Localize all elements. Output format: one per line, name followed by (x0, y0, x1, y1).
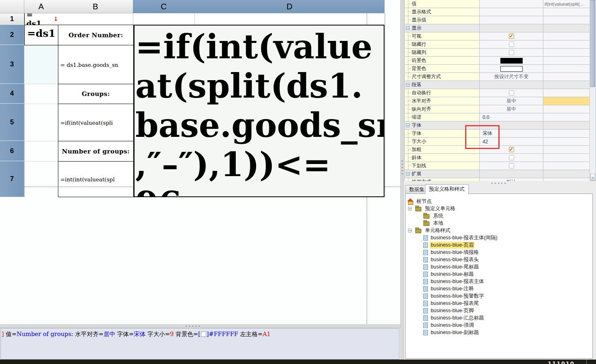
property-extra-cell[interactable] (543, 138, 590, 146)
property-label-cell[interactable]: 背景色 (405, 65, 480, 73)
property-value-cell[interactable] (480, 24, 543, 32)
horizontal-splitter[interactable] (0, 324, 400, 328)
tree-item[interactable]: business-blue-尾标题 (423, 263, 480, 270)
tree-item[interactable]: −单元格样式 (408, 227, 451, 234)
properties-scrollbar[interactable]: ⌄ (590, 0, 596, 181)
checkbox[interactable]: ✓ (509, 34, 514, 39)
property-extra-cell[interactable] (543, 57, 590, 65)
property-value-cell[interactable] (480, 16, 543, 24)
column-header-D[interactable]: D (194, 0, 385, 13)
property-row-缩进[interactable]: 缩进0.0 (405, 113, 590, 121)
tree-item[interactable]: business-blue-填报格 (423, 249, 480, 256)
property-row-隐藏行[interactable]: 隐藏行 (405, 40, 590, 49)
property-value-cell[interactable] (480, 89, 543, 97)
property-row-下划线[interactable]: 下划线 (405, 162, 590, 170)
property-row-背景色[interactable]: 背景色 (405, 65, 590, 73)
collapse-expander-icon[interactable]: − (406, 83, 410, 87)
property-value-cell[interactable] (480, 81, 543, 89)
property-row-段落[interactable]: −段落 (405, 81, 590, 89)
tree-item[interactable]: business-blue-汇总标题 (423, 314, 485, 321)
cell-A2[interactable]: =ds1 . (24, 25, 58, 45)
cell-B2[interactable]: Order Number: (58, 25, 134, 45)
property-value-cell[interactable]: 居中 (480, 105, 543, 113)
tree-item[interactable]: business-blue-报表主体 (423, 278, 485, 285)
property-row-显示格式[interactable]: 显示格式 (405, 8, 590, 16)
property-extra-cell[interactable] (543, 162, 590, 170)
property-row-斜体[interactable]: 斜体 (405, 154, 590, 162)
property-extra-cell[interactable] (543, 89, 590, 97)
property-row-水平对齐[interactable]: 水平对齐居中 (405, 97, 590, 105)
row1-cells[interactable] (24, 13, 385, 25)
property-extra-cell[interactable] (543, 24, 590, 32)
property-label-cell[interactable]: 下划线 (405, 162, 480, 170)
property-label-cell[interactable]: 斜体 (405, 154, 480, 162)
property-value-cell[interactable] (480, 0, 543, 8)
tree-item[interactable]: business-blue-页眉 (423, 241, 474, 249)
property-extra-cell[interactable]: if(int(valueat(split(... (543, 0, 590, 8)
row-header-4[interactable]: 4 (0, 84, 24, 104)
vertical-splitter[interactable] (400, 0, 404, 360)
property-extra-cell[interactable] (543, 73, 590, 81)
tab-predefined-styles[interactable]: 预定义格和样式 (425, 184, 469, 194)
property-extra-cell[interactable] (543, 178, 590, 181)
property-label-cell[interactable]: 隐藏列 (405, 49, 480, 57)
property-extra-cell[interactable] (543, 32, 590, 40)
property-label-cell[interactable]: 自动换行 (405, 89, 480, 97)
cell-B7[interactable]: =int(int(valueat(spl (58, 161, 134, 197)
property-row-扩展方式[interactable]: 扩展方式默认 (405, 178, 590, 181)
column-header-C[interactable]: C (133, 0, 195, 13)
checkbox[interactable] (509, 42, 514, 47)
scrollbar-down-arrow-icon[interactable]: ⌄ (590, 174, 595, 181)
property-label-cell[interactable]: 显示值 (405, 16, 480, 24)
property-value-cell[interactable] (480, 57, 543, 65)
tree-item[interactable]: business-blue-报表主体(间隔) (423, 234, 498, 241)
property-extra-cell[interactable] (543, 170, 590, 178)
property-row-值[interactable]: 值if(int(valueat(split(... (405, 0, 590, 8)
cell-A3[interactable] (24, 45, 58, 84)
cell-B3[interactable]: = ds1.base.goods_sn (58, 45, 134, 84)
row-header-3[interactable]: 3 (0, 45, 24, 84)
property-value-cell[interactable]: ✓ (480, 32, 543, 40)
row-header-7[interactable]: 7 (0, 161, 24, 197)
row-header-6[interactable]: 6 (0, 141, 24, 161)
property-row-显示[interactable]: −显示 (405, 24, 590, 32)
property-label-cell[interactable]: 前景色 (405, 57, 480, 65)
property-extra-cell[interactable] (543, 97, 590, 105)
color-swatch[interactable] (500, 58, 523, 64)
cell-B4[interactable]: Groups: (58, 84, 134, 104)
property-row-前景色[interactable]: 前景色 (405, 57, 590, 65)
tree-item[interactable]: business-blue-报表头 (423, 256, 480, 263)
tree-item[interactable]: 系统 (423, 212, 444, 219)
property-row-显示值[interactable]: 显示值 (405, 16, 590, 24)
property-extra-cell[interactable] (543, 8, 590, 16)
cell-A1[interactable]: = ds1. ↓ (24, 13, 58, 25)
collapse-expander-icon[interactable]: − (406, 172, 410, 176)
property-value-cell[interactable] (480, 8, 543, 16)
property-value-cell[interactable]: 默认 (480, 178, 543, 181)
checkbox[interactable] (509, 50, 514, 55)
tree-item[interactable]: business-blue-页脚 (423, 307, 474, 314)
property-extra-cell[interactable] (543, 121, 590, 130)
property-label-cell[interactable]: 尺寸调整方式 (405, 73, 480, 81)
tree-item[interactable]: −预定义单元格 (408, 205, 456, 212)
property-value-cell[interactable]: 居中 (480, 97, 543, 105)
property-extra-cell[interactable] (543, 154, 590, 162)
property-row-尺寸调整方式[interactable]: 尺寸调整方式按设计尺寸不变 (405, 73, 590, 81)
property-label-cell[interactable]: −段落 (405, 81, 480, 89)
property-label-cell[interactable]: −显示 (405, 24, 480, 32)
tree-item[interactable]: business-blue-预警数字 (423, 292, 485, 300)
checkbox[interactable]: ✓ (509, 147, 514, 152)
tree-item[interactable]: business-blue-注释 (423, 285, 474, 292)
property-value-cell[interactable] (480, 154, 543, 162)
property-extra-cell[interactable] (543, 65, 590, 73)
property-value-cell[interactable]: 0.0 (480, 113, 543, 121)
property-row-纵向对齐[interactable]: 纵向对齐居中 (405, 105, 590, 113)
row-header-2[interactable]: 2 (0, 25, 24, 45)
checkbox[interactable] (509, 155, 514, 160)
property-row-隐藏列[interactable]: 隐藏列 (405, 49, 590, 57)
property-label-cell[interactable]: −扩展 (405, 170, 480, 178)
property-extra-cell[interactable] (543, 40, 590, 49)
row-header-5[interactable]: 5 (0, 104, 24, 141)
property-value-cell[interactable] (480, 170, 543, 178)
collapse-expander-icon[interactable]: − (406, 123, 410, 127)
